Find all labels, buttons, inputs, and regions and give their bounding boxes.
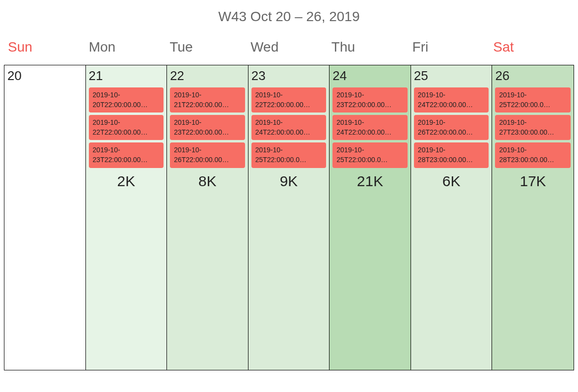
event-text-line1: 2019-10-: [499, 90, 567, 100]
day-total: 17K: [495, 173, 571, 190]
day-number: 22: [170, 68, 245, 84]
day-header-fri: Fri: [411, 39, 492, 55]
day-header-sat: Sat: [491, 39, 572, 55]
day-header-tue: Tue: [167, 39, 248, 55]
calendar-event[interactable]: 2019-10-20T22:00:00.00…: [89, 87, 164, 112]
calendar-event[interactable]: 2019-10-28T23:00:00.00…: [414, 142, 489, 168]
day-header-sun: Sun: [6, 39, 87, 55]
calendar-event[interactable]: 2019-10-24T22:00:00.00…: [332, 115, 408, 140]
day-cell-22[interactable]: 222019-10-21T22:00:00.00…2019-10-23T22:0…: [167, 65, 248, 370]
calendar-grid: 20212019-10-20T22:00:00.00…2019-10-22T22…: [4, 65, 574, 370]
day-cell-24[interactable]: 242019-10-23T22:00:00.00…2019-10-24T22:0…: [330, 65, 411, 370]
day-total: 8K: [170, 173, 245, 190]
day-cell-23[interactable]: 232019-10-22T22:00:00.00…2019-10-24T22:0…: [248, 65, 330, 370]
day-headers-row: SunMonTueWedThuFriSat: [4, 39, 574, 55]
day-total: 2K: [89, 173, 164, 190]
event-text-line2: 21T22:00:00.00…: [174, 100, 241, 110]
event-text-line2: 25T22:00:00.0…: [336, 155, 404, 165]
event-text-line1: 2019-10-: [93, 90, 160, 100]
calendar-event[interactable]: 2019-10-24T22:00:00.00…: [414, 87, 489, 112]
day-cell-26[interactable]: 262019-10-25T22:00:00.0…2019-10-27T23:00…: [492, 65, 574, 370]
day-number: 20: [7, 68, 83, 84]
event-text-line2: 28T23:00:00.00…: [499, 155, 567, 165]
event-text-line1: 2019-10-: [336, 90, 404, 100]
calendar-event[interactable]: 2019-10-25T22:00:00.0…: [251, 142, 327, 168]
calendar-event[interactable]: 2019-10-26T22:00:00.00…: [170, 142, 245, 168]
calendar-event[interactable]: 2019-10-25T22:00:00.0…: [495, 87, 571, 112]
day-number: 23: [251, 68, 327, 84]
calendar-event[interactable]: 2019-10-21T22:00:00.00…: [170, 87, 245, 112]
day-header-thu: Thu: [330, 39, 411, 55]
day-cell-20[interactable]: 20: [4, 65, 86, 370]
calendar-event[interactable]: 2019-10-24T22:00:00.00…: [251, 115, 327, 140]
event-text-line1: 2019-10-: [174, 145, 241, 155]
event-text-line2: 23T22:00:00.00…: [336, 100, 404, 110]
calendar-event[interactable]: 2019-10-23T22:00:00.00…: [332, 87, 408, 112]
day-total: 6K: [414, 173, 489, 190]
calendar-event[interactable]: 2019-10-23T22:00:00.00…: [89, 142, 164, 168]
event-text-line1: 2019-10-: [174, 90, 241, 100]
event-text-line1: 2019-10-: [255, 145, 323, 155]
day-cell-25[interactable]: 252019-10-24T22:00:00.00…2019-10-26T22:0…: [411, 65, 493, 370]
day-number: 25: [414, 68, 489, 84]
event-text-line1: 2019-10-: [336, 118, 404, 128]
event-text-line1: 2019-10-: [255, 118, 323, 128]
calendar-event[interactable]: 2019-10-26T22:00:00.00…: [414, 115, 489, 140]
event-text-line2: 27T23:00:00.00…: [499, 128, 567, 138]
event-text-line1: 2019-10-: [336, 145, 404, 155]
event-text-line1: 2019-10-: [418, 118, 485, 128]
event-text-line2: 25T22:00:00.0…: [255, 155, 323, 165]
event-text-line2: 20T22:00:00.00…: [93, 100, 160, 110]
day-total: 9K: [251, 173, 327, 190]
day-header-wed: Wed: [248, 39, 330, 55]
event-text-line1: 2019-10-: [499, 145, 567, 155]
event-text-line2: 26T22:00:00.00…: [418, 128, 485, 138]
event-text-line2: 24T22:00:00.00…: [255, 128, 323, 138]
day-header-mon: Mon: [87, 39, 168, 55]
event-text-line2: 26T22:00:00.00…: [174, 155, 241, 165]
event-text-line1: 2019-10-: [93, 118, 160, 128]
week-title: W43 Oct 20 – 26, 2019: [4, 9, 574, 25]
event-text-line1: 2019-10-: [174, 118, 241, 128]
calendar-event[interactable]: 2019-10-22T22:00:00.00…: [251, 87, 327, 112]
day-cell-21[interactable]: 212019-10-20T22:00:00.00…2019-10-22T22:0…: [86, 65, 167, 370]
event-text-line2: 22T22:00:00.00…: [93, 128, 160, 138]
event-text-line1: 2019-10-: [255, 90, 323, 100]
calendar-event[interactable]: 2019-10-22T22:00:00.00…: [89, 115, 164, 140]
calendar-event[interactable]: 2019-10-28T23:00:00.00…: [495, 142, 571, 168]
event-text-line2: 25T22:00:00.0…: [499, 100, 567, 110]
event-text-line2: 23T22:00:00.00…: [174, 128, 241, 138]
calendar-event[interactable]: 2019-10-23T22:00:00.00…: [170, 115, 245, 140]
event-text-line2: 23T22:00:00.00…: [93, 155, 160, 165]
calendar-event[interactable]: 2019-10-27T23:00:00.00…: [495, 115, 571, 140]
day-number: 21: [89, 68, 164, 84]
event-text-line1: 2019-10-: [418, 145, 485, 155]
event-text-line2: 24T22:00:00.00…: [418, 100, 485, 110]
day-number: 24: [332, 68, 408, 84]
event-text-line1: 2019-10-: [93, 145, 160, 155]
event-text-line1: 2019-10-: [499, 118, 567, 128]
day-total: 21K: [332, 173, 408, 190]
event-text-line2: 28T23:00:00.00…: [418, 155, 485, 165]
day-number: 26: [495, 68, 571, 84]
event-text-line1: 2019-10-: [418, 90, 485, 100]
event-text-line2: 24T22:00:00.00…: [336, 128, 404, 138]
calendar-event[interactable]: 2019-10-25T22:00:00.0…: [332, 142, 408, 168]
event-text-line2: 22T22:00:00.00…: [255, 100, 323, 110]
